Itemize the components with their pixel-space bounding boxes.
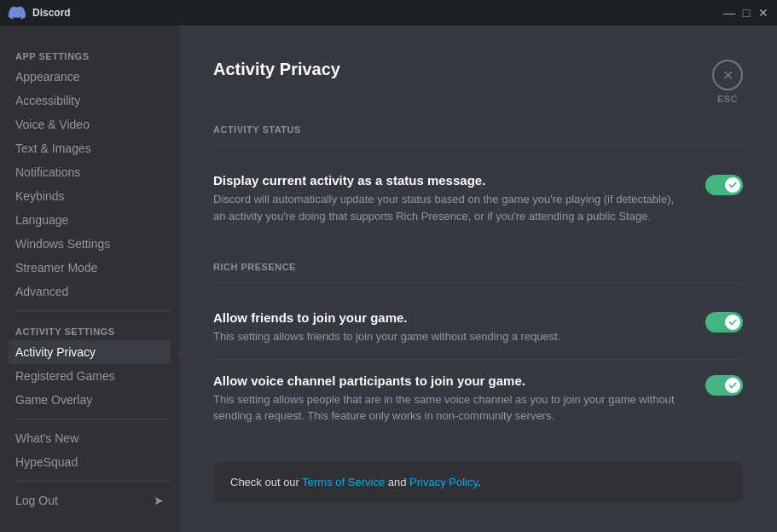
toggle-check-icon-2: [728, 318, 737, 327]
section-divider: [213, 145, 743, 146]
sidebar-item-notifications[interactable]: Notifications: [9, 160, 171, 184]
sidebar-divider-2: [15, 419, 171, 419]
esc-button[interactable]: ✕: [712, 60, 743, 90]
sidebar-item-label: Registered Games: [15, 369, 115, 383]
sidebar-item-game-overlay[interactable]: Game Overlay: [9, 388, 171, 412]
toggle-knob-2: [725, 315, 740, 330]
friends-join-title: Allow friends to join your game.: [213, 310, 688, 325]
sidebar-item-label: Voice & Video: [15, 118, 90, 131]
sidebar-item-language[interactable]: Language: [9, 208, 171, 232]
sidebar-item-registered-games[interactable]: Registered Games: [9, 364, 171, 388]
esc-button-container: ✕ ESC: [712, 60, 743, 104]
info-suffix: .: [478, 476, 481, 489]
activity-settings-label: ACTIVITY SETTINGS: [9, 318, 179, 340]
app-settings-label: APP SETTINGS: [9, 43, 179, 65]
sidebar-item-label: Language: [15, 213, 68, 227]
sidebar-divider-1: [15, 310, 171, 311]
voice-channel-row: Allow voice channel participants to join…: [213, 360, 743, 438]
sidebar-item-windows-settings[interactable]: Windows Settings: [9, 232, 171, 256]
logout-label: Log Out: [15, 494, 58, 507]
close-button[interactable]: ✕: [758, 8, 768, 18]
sidebar-item-text-images[interactable]: Text & Images: [9, 136, 171, 160]
title-bar-title: Discord: [32, 7, 71, 19]
maximize-button[interactable]: □: [741, 8, 751, 18]
esc-label: ESC: [717, 94, 738, 104]
sidebar-item-label: Text & Images: [15, 142, 91, 155]
sidebar-item-activity-privacy[interactable]: Activity Privacy: [9, 340, 171, 364]
terms-link[interactable]: Terms of Service: [302, 476, 385, 489]
voice-channel-toggle[interactable]: [705, 375, 743, 396]
app-container: APP SETTINGS Appearance Accessibility Vo…: [0, 26, 777, 532]
friends-join-info: Allow friends to join your game. This se…: [213, 310, 705, 345]
display-activity-row: Display current activity as a status mes…: [213, 159, 743, 238]
sidebar-item-label: Accessibility: [15, 94, 80, 107]
sidebar-item-label: Windows Settings: [15, 237, 110, 251]
title-bar-controls: — □ ✕: [724, 8, 768, 18]
privacy-link[interactable]: Privacy Policy: [409, 476, 478, 489]
title-bar: Discord — □ ✕: [0, 0, 777, 26]
toggle-check-icon-3: [728, 381, 737, 390]
sidebar-item-streamer-mode[interactable]: Streamer Mode: [9, 256, 171, 280]
section-divider-2: [213, 282, 743, 283]
display-activity-title: Display current activity as a status mes…: [213, 173, 688, 188]
toggle-knob-3: [725, 378, 740, 393]
sidebar-item-hypesquad[interactable]: HypeSquad: [9, 450, 171, 474]
voice-channel-info: Allow voice channel participants to join…: [213, 373, 705, 425]
toggle-knob: [725, 177, 740, 193]
discord-logo-icon: [9, 4, 26, 21]
voice-channel-desc: This setting allows people that are in t…: [213, 391, 688, 425]
sidebar-item-label: Game Overlay: [15, 393, 92, 407]
sidebar-item-voice-video[interactable]: Voice & Video: [9, 113, 171, 136]
page-title: Activity Privacy: [213, 60, 340, 79]
friends-join-desc: This setting allows friends to join your…: [213, 328, 688, 345]
friends-join-toggle[interactable]: [705, 312, 743, 332]
sidebar-item-label: Notifications: [15, 165, 80, 179]
logout-icon: ➤: [154, 494, 164, 507]
sidebar-item-logout[interactable]: Log Out ➤: [9, 489, 171, 512]
sidebar-item-label: Keybinds: [15, 189, 65, 203]
sidebar-item-whats-new[interactable]: What's New: [9, 426, 171, 450]
sidebar-divider-3: [15, 481, 171, 482]
sidebar-item-label: Appearance: [15, 70, 80, 84]
info-banner: Check out our Terms of Service and Priva…: [213, 462, 743, 502]
info-prefix: Check out our: [230, 476, 302, 489]
minimize-button[interactable]: —: [724, 8, 734, 18]
page-header: Activity Privacy ✕ ESC: [213, 60, 743, 104]
sidebar-item-label: Advanced: [15, 285, 68, 298]
display-activity-toggle[interactable]: [705, 175, 743, 195]
sidebar-item-label: Streamer Mode: [15, 261, 97, 275]
sidebar-item-accessibility[interactable]: Accessibility: [9, 89, 171, 113]
display-activity-info: Display current activity as a status mes…: [213, 173, 705, 224]
title-bar-left: Discord: [9, 4, 71, 21]
sidebar-item-keybinds[interactable]: Keybinds: [9, 184, 171, 208]
sidebar-item-advanced[interactable]: Advanced: [9, 280, 171, 304]
friends-join-row: Allow friends to join your game. This se…: [213, 297, 743, 360]
display-activity-desc: Discord will automatically update your s…: [213, 191, 688, 224]
sidebar-item-label: What's New: [15, 431, 78, 445]
activity-status-section: ACTIVITY STATUS Display current activity…: [213, 124, 743, 238]
activity-status-label: ACTIVITY STATUS: [213, 124, 743, 135]
sidebar-item-appearance[interactable]: Appearance: [9, 65, 171, 89]
sidebar-item-label: Activity Privacy: [15, 345, 96, 359]
info-conjunction: and: [385, 476, 409, 489]
main-content: Activity Privacy ✕ ESC ACTIVITY STATUS D…: [179, 26, 777, 532]
rich-presence-section: RICH PRESENCE Allow friends to join your…: [213, 262, 743, 438]
toggle-check-icon: [728, 181, 737, 189]
rich-presence-label: RICH PRESENCE: [213, 262, 743, 272]
voice-channel-title: Allow voice channel participants to join…: [213, 373, 688, 388]
sidebar-item-label: HypeSquad: [15, 455, 78, 469]
sidebar: APP SETTINGS Appearance Accessibility Vo…: [0, 26, 179, 532]
